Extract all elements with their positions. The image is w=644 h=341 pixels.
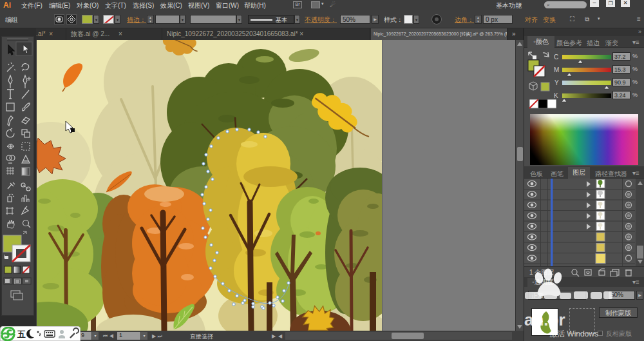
- svg-text:五: 五: [17, 329, 26, 339]
